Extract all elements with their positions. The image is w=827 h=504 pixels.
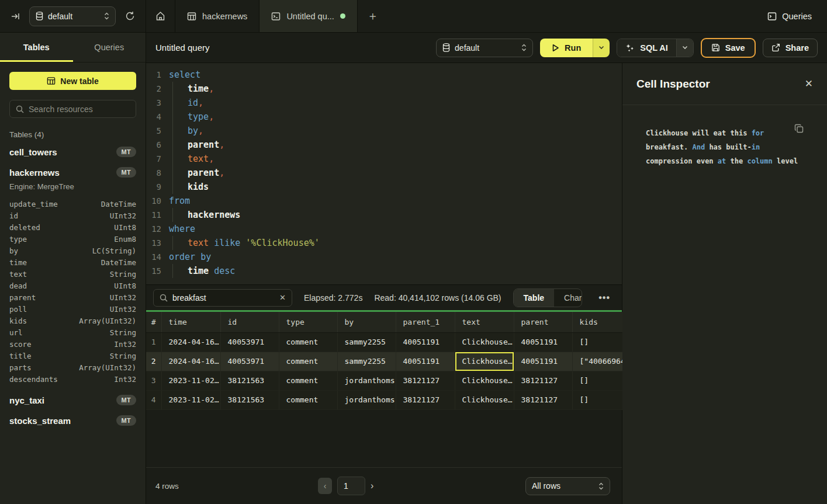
table-cell[interactable]: comment <box>279 352 337 371</box>
line-code[interactable]: parent, <box>169 138 622 152</box>
row-number-cell[interactable]: 4 <box>146 390 161 409</box>
editor-line[interactable]: 3id, <box>146 96 622 110</box>
table-cell[interactable]: 38121127 <box>396 371 455 390</box>
table-cell[interactable]: [] <box>572 332 622 352</box>
table-cell[interactable]: sammy2255 <box>337 332 396 352</box>
line-code[interactable]: order by <box>169 250 622 264</box>
line-code[interactable]: kids <box>169 180 622 194</box>
editor-line[interactable]: 10from <box>146 194 622 208</box>
view-tab-chart[interactable]: Chart <box>554 289 582 307</box>
line-code[interactable]: hackernews <box>169 208 622 222</box>
database-selector[interactable]: default <box>29 6 116 26</box>
new-tab-button[interactable]: ＋ <box>358 0 388 32</box>
line-code[interactable]: where <box>169 222 622 236</box>
table-cell[interactable]: 40051191 <box>514 352 572 371</box>
editor-line[interactable]: 4type, <box>146 110 622 124</box>
page-size-selector[interactable]: All rows <box>525 477 610 495</box>
run-button[interactable]: Run <box>540 39 593 57</box>
results-search[interactable]: ✕ <box>153 289 292 307</box>
table-cell[interactable]: Clickhouse… <box>455 352 514 371</box>
table-cell[interactable]: comment <box>279 390 337 409</box>
sidebar-table-item[interactable]: cell_towersMT <box>0 141 146 162</box>
view-tab-table[interactable]: Table <box>514 289 555 307</box>
editor-line[interactable]: 15time desc <box>146 264 622 278</box>
tab-home[interactable] <box>146 0 175 32</box>
sidebar-tab-queries[interactable]: Queries <box>73 33 146 62</box>
more-options-button[interactable]: ••• <box>594 293 615 303</box>
queries-button[interactable]: Queries <box>752 0 827 32</box>
line-code[interactable]: from <box>169 194 622 208</box>
editor-line[interactable]: 11hackernews <box>146 208 622 222</box>
editor-line[interactable]: 9kids <box>146 180 622 194</box>
page-number-input[interactable] <box>337 477 365 495</box>
row-number-cell[interactable]: 3 <box>146 371 161 390</box>
line-code[interactable]: by, <box>169 124 622 138</box>
table-cell[interactable]: Clickhouse… <box>455 390 514 409</box>
table-cell[interactable]: 40051191 <box>396 332 455 352</box>
line-code[interactable]: select <box>169 68 622 82</box>
table-cell[interactable]: comment <box>279 332 337 352</box>
column-header[interactable]: parent <box>514 312 572 332</box>
column-header[interactable]: id <box>220 312 279 332</box>
sidebar-table-item[interactable]: stocks_streamMT <box>0 410 146 430</box>
table-cell[interactable]: 38121127 <box>514 390 572 409</box>
column-header[interactable]: kids <box>572 312 622 332</box>
share-button[interactable]: Share <box>763 39 818 57</box>
query-database-selector[interactable]: default <box>436 39 533 57</box>
save-button[interactable]: Save <box>701 38 756 58</box>
editor-line[interactable]: 7text, <box>146 152 622 166</box>
editor-line[interactable]: 13text ilike '%ClickHouse%' <box>146 236 622 250</box>
column-header[interactable]: text <box>455 312 514 332</box>
line-code[interactable]: text, <box>169 152 622 166</box>
refresh-button[interactable] <box>123 9 137 23</box>
editor-line[interactable]: 1select <box>146 68 622 82</box>
sql-ai-button[interactable]: SQL AI <box>617 39 676 57</box>
table-cell[interactable]: comment <box>279 371 337 390</box>
column-header[interactable]: parent_1 <box>396 312 455 332</box>
next-page-button[interactable]: › <box>371 481 373 491</box>
run-options-button[interactable] <box>593 39 610 57</box>
editor-line[interactable]: 12where <box>146 222 622 236</box>
table-cell[interactable]: 38121563 <box>220 371 279 390</box>
row-number-cell[interactable]: 2 <box>146 352 161 371</box>
sidebar-search[interactable] <box>9 100 136 118</box>
table-cell[interactable]: 2023-11-02… <box>161 371 220 390</box>
table-cell[interactable]: [] <box>572 390 622 409</box>
editor-line[interactable]: 6parent, <box>146 138 622 152</box>
column-header[interactable]: type <box>279 312 337 332</box>
table-cell[interactable]: 38121127 <box>396 390 455 409</box>
tab-untitled-query[interactable]: Untitled qu... <box>259 0 357 32</box>
table-cell[interactable]: 40051191 <box>514 332 572 352</box>
collapse-sidebar-button[interactable] <box>8 9 22 23</box>
editor-line[interactable]: 2time, <box>146 82 622 96</box>
tab-hackernews[interactable]: hackernews <box>175 0 259 32</box>
results-search-input[interactable] <box>172 293 275 303</box>
table-cell[interactable]: 2024-04-16… <box>161 352 220 371</box>
close-inspector-button[interactable]: ✕ <box>805 78 813 90</box>
column-header[interactable]: by <box>337 312 396 332</box>
sql-ai-options-button[interactable] <box>676 39 693 57</box>
sidebar-tab-tables[interactable]: Tables <box>0 33 73 62</box>
line-code[interactable]: type, <box>169 110 622 124</box>
new-table-button[interactable]: New table <box>9 72 136 90</box>
editor-line[interactable]: 14order by <box>146 250 622 264</box>
line-code[interactable]: time desc <box>169 264 622 278</box>
line-code[interactable]: parent, <box>169 166 622 180</box>
line-code[interactable]: text ilike '%ClickHouse%' <box>169 236 622 250</box>
sidebar-table-item[interactable]: hackernewsMT <box>0 162 146 182</box>
line-code[interactable]: id, <box>169 96 622 110</box>
sidebar-search-input[interactable] <box>29 105 130 114</box>
column-header[interactable]: # <box>146 312 161 332</box>
table-cell[interactable]: 40051191 <box>396 352 455 371</box>
table-cell[interactable]: 40053971 <box>220 332 279 352</box>
table-cell[interactable]: 38121127 <box>514 371 572 390</box>
row-number-cell[interactable]: 1 <box>146 332 161 352</box>
copy-cell-button[interactable] <box>794 124 804 133</box>
table-cell[interactable]: Clickhouse… <box>455 371 514 390</box>
sidebar-table-item[interactable]: nyc_taxiMT <box>0 390 146 410</box>
table-cell[interactable]: [] <box>572 371 622 390</box>
prev-page-button[interactable]: ‹ <box>318 478 332 494</box>
table-cell[interactable]: 40053971 <box>220 352 279 371</box>
table-cell[interactable]: 2024-04-16… <box>161 332 220 352</box>
line-code[interactable]: time, <box>169 82 622 96</box>
